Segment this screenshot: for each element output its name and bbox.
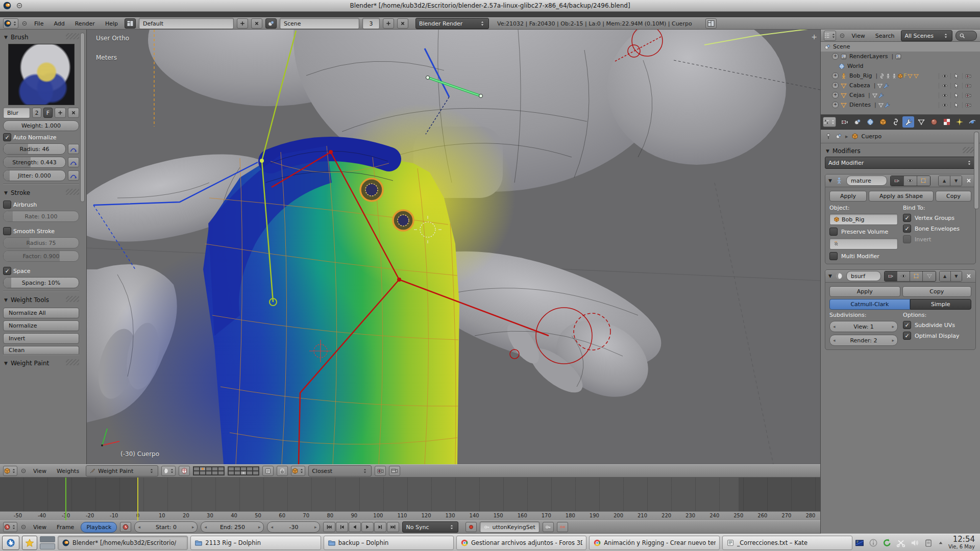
expand-icon[interactable]: + [832, 53, 839, 60]
viewport-visibility-toggle[interactable] [904, 176, 917, 186]
brush-panel-header[interactable]: ▼ Brush [3, 32, 79, 43]
tab-texture[interactable] [941, 116, 952, 128]
layer-cell[interactable] [253, 467, 259, 471]
render-engine-dropdown[interactable]: Blender Render [415, 18, 489, 29]
space-checkbox[interactable]: ✓ Space [3, 267, 79, 275]
outliner-item-world[interactable]: World [821, 61, 980, 71]
airbrush-checkbox[interactable]: Airbrush [3, 201, 79, 209]
outliner[interactable]: View Search All Scenes Scene + RenderLay… [821, 30, 980, 115]
delete-keyframe-button[interactable] [557, 522, 568, 532]
editor-type-info-button[interactable] [3, 18, 18, 29]
cage-toggle[interactable] [923, 271, 935, 281]
copy-button[interactable]: Copy [936, 191, 971, 202]
layer-grid[interactable] [193, 466, 225, 475]
kde-menu-button[interactable] [2, 536, 19, 550]
render-subdivisions-stepper[interactable]: ◂ Render: 2 ▸ [829, 335, 898, 346]
task-button-chrome-2[interactable]: Animación y Rigging - Crear nuevo tem [589, 536, 719, 550]
tab-constraints[interactable] [890, 116, 902, 128]
tab-render[interactable] [839, 116, 851, 128]
delete-modifier-icon[interactable] [965, 272, 972, 280]
menu-render[interactable]: Render [71, 19, 99, 28]
outliner-scope-dropdown[interactable]: All Scenes [901, 30, 952, 41]
layer-cell[interactable] [193, 467, 200, 471]
move-modifier-down-button[interactable]: ▼ [951, 271, 962, 281]
pin-icon[interactable] [825, 133, 832, 140]
vest-button[interactable] [393, 210, 413, 231]
desktop-pager[interactable] [40, 536, 55, 549]
visibility-toggle[interactable] [939, 73, 950, 79]
strength-slider[interactable]: Strength: 0.443 [3, 157, 66, 168]
scene-lock-button[interactable] [262, 466, 274, 476]
snap-target-dropdown[interactable]: Closest [308, 465, 372, 477]
brush-users-badge[interactable]: 2 [32, 108, 41, 118]
expand-icon[interactable]: + [832, 72, 839, 79]
render-toggle[interactable] [962, 102, 974, 108]
layer-cell[interactable] [218, 467, 224, 471]
scene-field[interactable]: Scene [280, 18, 359, 29]
preserve-volume-checkbox[interactable]: Preserve Volume [829, 228, 898, 236]
menu-add[interactable]: Add [50, 19, 68, 28]
prev-keyframe-button[interactable] [336, 522, 348, 532]
visibility-toggle[interactable] [939, 92, 950, 98]
render-toggle[interactable] [962, 83, 974, 89]
layer-cell[interactable] [212, 467, 218, 471]
editmode-visibility-toggle[interactable] [917, 176, 930, 186]
properties-scrollbar[interactable] [974, 132, 979, 209]
timeline-track[interactable] [0, 478, 820, 511]
task-button-dolphin-2[interactable]: backup – Dolphin [324, 536, 454, 550]
weight-tools-panel-header[interactable]: ▼ Weight Tools [3, 294, 79, 306]
clipboard-tray-icon[interactable] [924, 538, 933, 547]
outliner-item-cejas[interactable]: + Cejas | [821, 90, 980, 100]
selectability-toggle[interactable] [950, 102, 962, 108]
mode-dropdown[interactable]: Weight Paint [86, 465, 158, 477]
layer-cell[interactable] [253, 471, 259, 475]
tab-scene[interactable] [852, 116, 864, 128]
selectability-toggle[interactable] [950, 92, 962, 98]
menu-view[interactable]: View [30, 523, 50, 532]
snap-toggle[interactable] [277, 466, 288, 476]
play-button[interactable] [361, 522, 374, 532]
jitter-pressure-toggle[interactable] [68, 170, 79, 181]
tab-particles[interactable] [953, 116, 965, 128]
record-button[interactable] [465, 522, 477, 532]
jump-to-end-button[interactable] [387, 522, 399, 532]
playback-button[interactable]: Playback [81, 522, 117, 533]
close-layout-button[interactable] [251, 18, 262, 29]
bone-envelopes-checkbox[interactable]: ✓ Bone Envelopes [903, 224, 971, 233]
outliner-item-dientes[interactable]: + Dientes | [821, 100, 980, 110]
render-visibility-toggle[interactable] [885, 271, 897, 281]
screen-layout-icon-button[interactable] [125, 18, 136, 29]
subdivide-uvs-checkbox[interactable]: ✓ Subdivide UVs [903, 321, 971, 329]
jitter-slider[interactable]: Jitter: 0.000 [3, 170, 66, 181]
task-button-blender[interactable]: Blender* [/home/kub3d2/Escritorio/ [58, 536, 188, 550]
apply-button[interactable]: Apply [829, 191, 867, 202]
task-button-chrome-1[interactable]: Gestionar archivos adjuntos - Foros 3D [456, 536, 586, 550]
header-extra-button[interactable] [705, 18, 717, 29]
stroke-panel-header[interactable]: ▼ Stroke [3, 187, 79, 198]
collapse-icon[interactable]: ▼ [828, 273, 832, 279]
info-tray-icon[interactable] [869, 538, 878, 547]
expand-icon[interactable]: + [832, 82, 839, 89]
radius-pressure-toggle[interactable] [68, 144, 79, 154]
jump-to-start-button[interactable] [323, 522, 335, 532]
tool-shelf-scrollbar[interactable] [80, 33, 85, 202]
move-modifier-down-button[interactable]: ▼ [950, 176, 962, 186]
collapse-icon[interactable]: ▼ [828, 178, 832, 183]
render-toggle[interactable] [962, 92, 974, 98]
move-modifier-up-button[interactable]: ▲ [939, 176, 950, 186]
sync-dropdown[interactable]: No Sync [402, 521, 458, 533]
collapse-menus-icon[interactable] [21, 20, 28, 27]
delete-modifier-icon[interactable] [965, 177, 972, 184]
spacing-slider[interactable]: Spacing: 10% [3, 277, 79, 288]
catmull-clark-toggle[interactable]: Catmull-Clark [829, 299, 910, 310]
favorites-button[interactable] [22, 536, 37, 550]
menu-frame[interactable]: Frame [53, 523, 78, 532]
layer-cell[interactable] [206, 471, 212, 475]
layer-cell[interactable] [228, 467, 234, 471]
region-expand-icon[interactable]: + [811, 33, 817, 41]
strength-pressure-toggle[interactable] [68, 157, 79, 167]
updates-tray-icon[interactable] [883, 538, 892, 547]
menu-search[interactable]: Search [872, 32, 898, 40]
opengl-render-button[interactable] [375, 466, 386, 476]
add-modifier-dropdown[interactable]: Add Modifier [825, 157, 976, 169]
